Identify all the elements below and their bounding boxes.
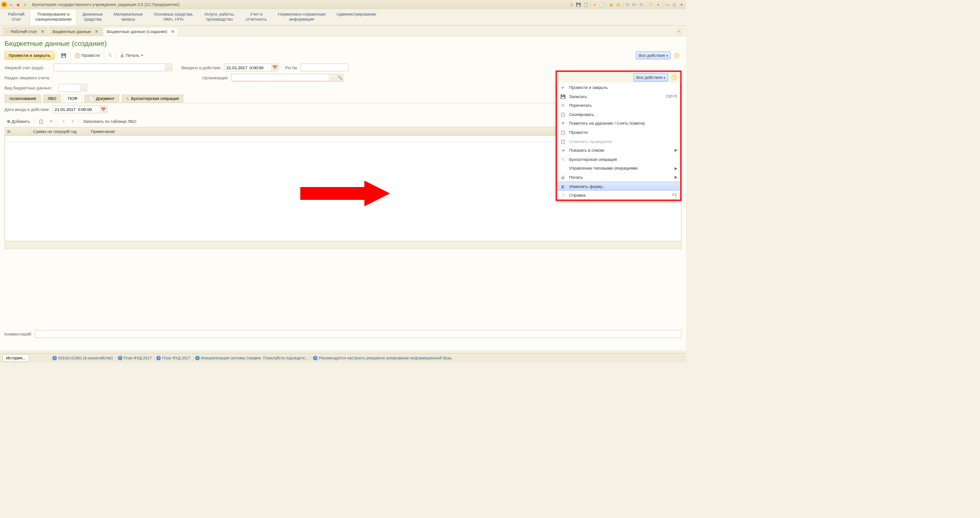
col-n[interactable]: N xyxy=(5,127,31,136)
delete-button[interactable]: ✕ xyxy=(47,118,55,125)
section-tab-reference[interactable]: Нормативно-справочная информация xyxy=(272,9,331,26)
section-tab-services[interactable]: Услуги, работы, производство xyxy=(199,9,240,26)
floppy-icon: 💾 xyxy=(560,94,566,99)
regn-input[interactable] xyxy=(300,64,349,72)
maximize-icon[interactable]: ◻ xyxy=(671,1,678,7)
help-icon[interactable]: ⓘ xyxy=(648,1,654,7)
tab-close-icon[interactable]: ✕ xyxy=(95,29,99,34)
fill-button[interactable]: Заполнить по таблице ЛБО xyxy=(81,118,138,125)
inner-tab-op[interactable]: ᴬₖБухгалтерская операция xyxy=(121,94,183,103)
org-field[interactable] xyxy=(232,74,329,81)
minimize-icon[interactable]: — xyxy=(664,1,670,7)
help-button[interactable]: ? xyxy=(672,51,681,60)
doc-tab-budget[interactable]: Бюджетные данные ✕ xyxy=(49,27,102,36)
menu-show-list[interactable]: ➜Показать в списке▶ xyxy=(557,146,681,155)
section-tab-admin[interactable]: Администрирование xyxy=(331,9,382,26)
pof-date-field[interactable] xyxy=(53,106,100,113)
save-button[interactable]: 💾 xyxy=(59,51,68,60)
info-icon: i xyxy=(156,356,161,360)
print-icon[interactable]: ⎙ xyxy=(568,1,575,7)
account-field[interactable] xyxy=(54,64,165,71)
calendar-icon[interactable]: 📅 xyxy=(271,64,278,71)
menu-help-button[interactable]: ? xyxy=(670,73,679,82)
tabs-dropdown-icon[interactable]: ▾ xyxy=(676,28,681,35)
menu-unpost[interactable]: 📋Отменить проведение xyxy=(557,137,681,146)
history-icon[interactable]: 🕑 xyxy=(599,1,605,7)
fav-icon[interactable]: ★ xyxy=(592,1,598,7)
org-input[interactable]: ... 🔍 xyxy=(231,74,343,82)
move-down-button[interactable]: ⬇ xyxy=(69,118,77,125)
inner-tab-assign[interactable]: Ассигнования xyxy=(5,94,41,103)
tab-close-icon[interactable]: ✕ xyxy=(171,29,175,34)
section-tab-accounting[interactable]: Учет и отчетность xyxy=(240,9,272,26)
section-label: Раздел лицевого счета: xyxy=(5,75,56,80)
menu-reread[interactable]: ↻Перечитать xyxy=(557,101,681,110)
operation-button[interactable]: ᴬₖ xyxy=(106,52,114,59)
window-title: Бухгалтерия государственного учреждения,… xyxy=(32,2,179,7)
dropdown-icon[interactable]: ▾ xyxy=(8,1,14,7)
inner-tab-pof[interactable]: ПОФ xyxy=(63,94,83,103)
col-sum[interactable]: Сумма на текущий год xyxy=(31,127,89,136)
select-icon[interactable]: ... xyxy=(329,74,336,81)
all-actions-button[interactable]: Все действия ▾ xyxy=(636,51,670,60)
dropdown2-icon[interactable]: ▾ xyxy=(655,1,661,7)
section-tab-materials[interactable]: Материальные запасы xyxy=(108,9,148,26)
inner-tab-doc[interactable]: 📄Документ xyxy=(84,94,119,103)
move-up-button[interactable]: ⬆ xyxy=(60,118,68,125)
select-icon[interactable]: ... xyxy=(165,64,172,71)
section-tab-assets[interactable]: Основные средства, НМА, НПА xyxy=(148,9,199,26)
section-tab-money[interactable]: Денежные средства xyxy=(77,9,108,26)
print-button[interactable]: 🖨Печать▾ xyxy=(118,51,145,60)
effective-date-input[interactable]: 📅 xyxy=(224,64,279,72)
calendar-icon[interactable]: 📅 xyxy=(100,106,106,113)
account-input[interactable]: ... xyxy=(54,64,172,72)
status-item[interactable]: iПлан ФХД 2017 xyxy=(156,356,193,360)
titlebar: 1c ▾ ◉ ★ Бухгалтерия государственного уч… xyxy=(0,0,686,9)
menu-operation[interactable]: ᴬₖБухгалтерская операция xyxy=(557,154,681,164)
tab-close-icon[interactable]: ✕ xyxy=(41,29,44,34)
menu-typical-ops[interactable]: Управление типовыми операциями▶ xyxy=(557,164,681,173)
doc-tab-desktop[interactable]: ⌂ Рабочий стол ✕ xyxy=(3,27,48,36)
status-item[interactable]: i03192А21961 (в казначействе) xyxy=(52,356,116,360)
status-item[interactable]: iРекомендуется настроить резервное копир… xyxy=(313,356,455,360)
menu-all-actions-button[interactable]: Все действия ▾ xyxy=(633,73,668,82)
select-icon[interactable]: ... xyxy=(80,84,87,91)
menu-save[interactable]: 💾ЗаписатьCtrl+S xyxy=(557,92,681,101)
doc-tab-budget-create[interactable]: Бюджетные данные (создание) ✕ xyxy=(103,27,178,36)
status-item[interactable]: iИнициализация системы справки. Пожалуйс… xyxy=(195,356,311,360)
type-input[interactable]: ... xyxy=(58,84,87,92)
calc-icon[interactable]: ▦ xyxy=(608,1,615,7)
inner-tab-lbo[interactable]: ЛБО xyxy=(43,94,61,103)
copy-icon[interactable]: 📋 xyxy=(582,1,589,7)
section-tab-desktop[interactable]: Рабочий стол xyxy=(3,9,30,26)
copy-button[interactable]: 📋 xyxy=(36,118,46,125)
m-minus-icon[interactable]: M- xyxy=(638,1,645,7)
add-button[interactable]: ⊕Добавить xyxy=(5,118,33,125)
calendar-icon[interactable]: 31 xyxy=(615,1,621,7)
close-icon[interactable]: ✕ xyxy=(678,1,685,7)
post-close-button[interactable]: Провести и закрыть xyxy=(5,51,55,60)
post-button[interactable]: 📋Провести xyxy=(72,51,102,60)
menu-post[interactable]: 📋Провести xyxy=(557,128,681,137)
effective-date-field[interactable] xyxy=(224,64,271,71)
circle-icon[interactable]: ◉ xyxy=(16,1,22,7)
op-icon: ᴬₖ xyxy=(126,97,129,101)
menu-post-close[interactable]: ✔Провести и закрыть xyxy=(557,83,681,92)
menu-print[interactable]: 🖨Печать▶ xyxy=(557,173,681,182)
comment-input[interactable] xyxy=(34,330,681,338)
menu-mark-delete[interactable]: ✕Пометить на удаление / Снять пометку xyxy=(557,119,681,128)
menu-copy[interactable]: 📋Скопировать xyxy=(557,110,681,119)
search-icon[interactable]: 🔍 xyxy=(336,74,343,81)
menu-help[interactable]: ?СправкаF1 xyxy=(557,191,681,200)
comment-row: Комментарий: xyxy=(5,330,681,338)
menu-change-form[interactable]: ◧Изменить форму... xyxy=(558,182,680,191)
save-icon[interactable]: 💾 xyxy=(575,1,581,7)
type-field[interactable] xyxy=(59,84,80,91)
m-icon[interactable]: M xyxy=(625,1,631,7)
status-item[interactable]: iПлан ФХД 2017 xyxy=(118,356,155,360)
history-button[interactable]: История... xyxy=(3,354,29,362)
pof-date-input[interactable]: 📅 xyxy=(52,105,107,113)
section-tab-planning[interactable]: Планирование и санкционирование xyxy=(30,9,77,26)
m-plus-icon[interactable]: M+ xyxy=(631,1,638,7)
star-icon[interactable]: ★ xyxy=(22,1,28,7)
